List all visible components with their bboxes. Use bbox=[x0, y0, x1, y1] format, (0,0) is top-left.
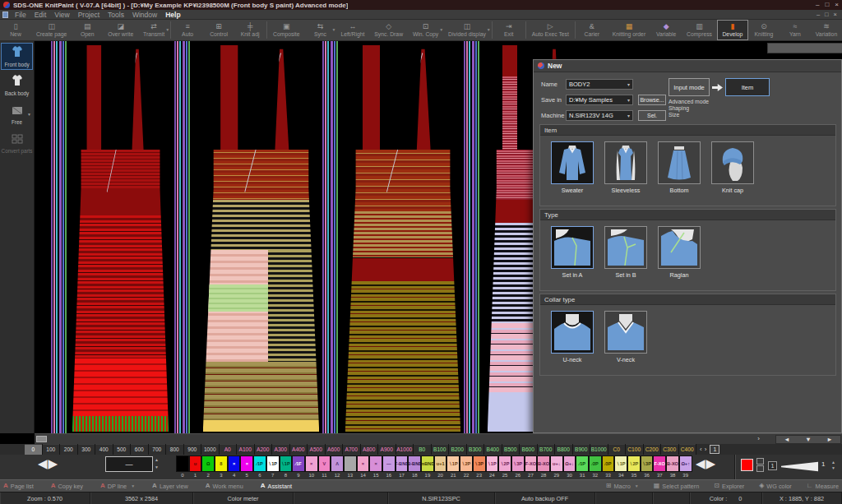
color-page-600[interactable]: 600 bbox=[131, 444, 149, 455]
color-page-500[interactable]: 500 bbox=[113, 444, 132, 455]
window-control-close[interactable]: × bbox=[835, 1, 839, 9]
option-u-neck[interactable]: U-neck bbox=[550, 311, 594, 363]
knit-panel-1[interactable] bbox=[72, 45, 169, 432]
item-mode-button[interactable]: Item bbox=[725, 78, 770, 96]
color-page-1000[interactable]: 1000 bbox=[201, 444, 220, 455]
sidebar-item-back-body[interactable]: Back body bbox=[2, 72, 32, 98]
color-page-b600[interactable]: B600 bbox=[520, 444, 538, 455]
swatch-2[interactable]: Ω bbox=[201, 455, 215, 472]
knit-panel-3[interactable] bbox=[345, 45, 460, 432]
window-control-minimize[interactable]: – bbox=[816, 1, 819, 9]
option-knit-cap[interactable]: Knit cap bbox=[710, 141, 755, 194]
sidebar-item-front-body[interactable]: Front body bbox=[2, 44, 32, 69]
color-page-b400[interactable]: B400 bbox=[484, 444, 502, 455]
swatch-6[interactable]: ∕1P bbox=[253, 455, 266, 472]
color-page-a1000[interactable]: A1000 bbox=[396, 444, 414, 455]
name-combo[interactable]: BODY2 ▾ bbox=[566, 79, 633, 90]
color-page-c0[interactable]: C0 bbox=[608, 444, 627, 455]
toolbar-variation[interactable]: ≋Variation bbox=[811, 20, 842, 40]
swatch-34[interactable]: ∖1P bbox=[614, 455, 627, 472]
input-mode-button[interactable]: Input mode bbox=[669, 78, 710, 96]
horizontal-scrollbar[interactable]: › ◄▼► bbox=[35, 433, 842, 444]
swatch-22[interactable]: ∖2P bbox=[460, 455, 473, 472]
toolbar-compress[interactable]: ▥Compress bbox=[682, 20, 717, 40]
palette-grid-button[interactable]: 1 bbox=[710, 445, 719, 454]
color-page-c300[interactable]: C300 bbox=[661, 444, 679, 455]
toolbar-control[interactable]: ⊞Control bbox=[203, 20, 234, 40]
swatch-12[interactable]: Λ bbox=[331, 455, 344, 472]
option-set-in-a[interactable]: Set in A bbox=[550, 226, 594, 279]
swatch-3[interactable]: 8 bbox=[215, 455, 228, 472]
toolbar-sync[interactable]: ⇆Sync▼ bbox=[304, 20, 335, 40]
color-page-a900[interactable]: A900 bbox=[378, 444, 396, 455]
child-control-close[interactable]: × bbox=[834, 11, 837, 18]
chevron-down-icon[interactable]: ▼ bbox=[165, 27, 169, 32]
color-page-0[interactable]: 0 bbox=[25, 444, 43, 455]
menu-view[interactable]: View bbox=[50, 11, 73, 19]
toolbar-develop[interactable]: ▮Develop bbox=[717, 20, 748, 40]
swatch-20[interactable]: ʊ+1 bbox=[434, 455, 447, 472]
chevron-down-icon[interactable]: ▼ bbox=[131, 483, 135, 488]
swatch-15[interactable]: × bbox=[369, 455, 382, 472]
color-page-b300[interactable]: B300 bbox=[467, 444, 485, 455]
swatch-26[interactable]: ∖3P bbox=[511, 455, 525, 472]
menu-tools[interactable]: Tools bbox=[104, 11, 128, 19]
swatch-8[interactable]: ∖1P bbox=[280, 455, 293, 472]
swatch-13[interactable] bbox=[344, 455, 357, 472]
toolbar-knitting[interactable]: ⊙Knitting bbox=[748, 20, 780, 40]
child-control-minimize[interactable]: – bbox=[817, 11, 820, 18]
scroll-more-icon[interactable]: › bbox=[757, 434, 760, 444]
color-page-b800[interactable]: B800 bbox=[555, 444, 573, 455]
toolbar-over-write[interactable]: ◪Over write bbox=[103, 20, 138, 40]
tool-layer-view[interactable]: ALayer view bbox=[152, 482, 188, 490]
sidebar-item-free[interactable]: Free▼ bbox=[2, 101, 32, 127]
color-page-b0[interactable]: B0 bbox=[414, 444, 432, 455]
machine-select-button[interactable]: Sel. bbox=[638, 110, 666, 121]
toolbar-composite[interactable]: ▣Composite bbox=[268, 20, 304, 40]
menu-file[interactable]: File bbox=[11, 11, 30, 19]
sidebar-item-convert-parts[interactable]: Convert parts bbox=[2, 130, 32, 155]
swatch-23[interactable]: ∖3P bbox=[473, 455, 486, 472]
option-v-neck[interactable]: V-neck bbox=[604, 311, 648, 363]
page-down-icon[interactable]: ▼ bbox=[805, 436, 811, 443]
swatch-16[interactable]: — bbox=[382, 455, 396, 472]
color-page-a100[interactable]: A100 bbox=[237, 444, 255, 455]
swatch-39[interactable]: Ω+↑ bbox=[679, 455, 692, 472]
swatch-33[interactable]: ∕3P bbox=[602, 455, 615, 472]
tool-work-menu[interactable]: AWork menu bbox=[206, 482, 243, 490]
option-raglan[interactable]: Raglan bbox=[657, 226, 701, 279]
pen-size-slider[interactable] bbox=[781, 461, 818, 472]
color-page-300[interactable]: 300 bbox=[78, 444, 96, 455]
toolbar-left-right[interactable]: ↔Left/Right bbox=[335, 20, 369, 40]
swatch-19[interactable]: mBND bbox=[421, 455, 434, 472]
swatch-27[interactable]: F-XO bbox=[525, 455, 538, 472]
palette-arrow-right2[interactable]: ▶ bbox=[706, 455, 716, 472]
ruler-prev-icon[interactable]: ‹ bbox=[700, 446, 702, 453]
color-page-a300[interactable]: A300 bbox=[272, 444, 290, 455]
swatch-11[interactable]: V bbox=[318, 455, 331, 472]
page-next-icon[interactable]: ► bbox=[826, 436, 832, 443]
swatch-24[interactable]: ∖1P bbox=[486, 455, 499, 472]
option-sleeveless[interactable]: Sleeveless bbox=[604, 141, 648, 194]
color-page-b200[interactable]: B200 bbox=[449, 444, 467, 455]
color-page-c200[interactable]: C200 bbox=[644, 444, 662, 455]
menu-help[interactable]: Help bbox=[161, 11, 184, 19]
toolbar-open[interactable]: ▤Open bbox=[72, 20, 103, 40]
color-page-a700[interactable]: A700 bbox=[343, 444, 361, 455]
tool-wg-color[interactable]: ◈WG color bbox=[759, 482, 792, 490]
toolbar-auto[interactable]: ≡Auto bbox=[172, 20, 203, 40]
toolbar-variable[interactable]: ◆Variable bbox=[650, 20, 682, 40]
tool-page-list[interactable]: APage list bbox=[3, 482, 34, 490]
toolbar-auto-exec-test[interactable]: ▷Auto Exec Test bbox=[527, 20, 574, 40]
color-page-b1000[interactable]: B1000 bbox=[590, 444, 608, 455]
tool-explorer[interactable]: ⊡Explorer bbox=[714, 482, 744, 490]
color-page-b900[interactable]: B900 bbox=[573, 444, 591, 455]
child-control-maximize[interactable]: □ bbox=[825, 11, 829, 18]
swatch-25[interactable]: ∖2P bbox=[498, 455, 511, 472]
toolbar-exit[interactable]: ⇥Exit bbox=[493, 20, 525, 40]
swatch-32[interactable]: ∕2P bbox=[589, 455, 602, 472]
page-prev-icon[interactable]: ◄ bbox=[784, 436, 789, 443]
tool-macro[interactable]: ⊞Macro▼ bbox=[606, 482, 639, 490]
tool-spinner[interactable]: ▲▼ bbox=[155, 456, 159, 470]
color-page-b100[interactable]: B100 bbox=[432, 444, 450, 455]
